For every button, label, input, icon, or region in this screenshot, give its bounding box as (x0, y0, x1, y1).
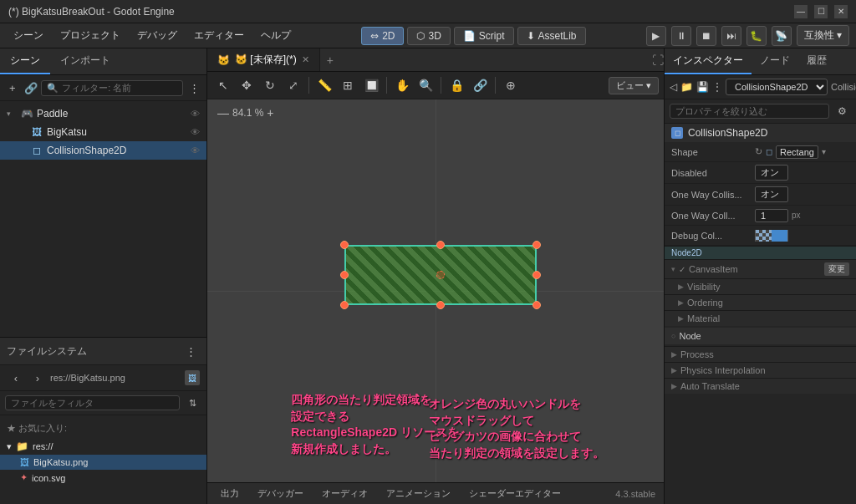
step-button[interactable]: ⏭ (721, 26, 741, 46)
lock-button[interactable]: 🔒 (446, 74, 467, 96)
maximize-button[interactable]: ☐ (814, 5, 828, 18)
material-section[interactable]: ▶ Material (665, 310, 856, 326)
shape-refresh-icon[interactable]: ↻ (755, 146, 762, 157)
tree-item-bigkatsu[interactable]: 🖼 BigKatsu 👁 (0, 123, 206, 141)
tab-output[interactable]: 出力 (212, 483, 247, 504)
play-button[interactable]: ▶ (646, 26, 666, 46)
fs-forward-button[interactable]: › (28, 369, 47, 387)
link-button[interactable]: 🔗 (23, 79, 38, 97)
handle-mr[interactable] (532, 271, 541, 279)
tab-node[interactable]: ノード (752, 48, 798, 74)
move-tool-button[interactable]: ✥ (236, 74, 257, 96)
ordering-section[interactable]: ▶ Ordering (665, 294, 856, 310)
physics-interp-section[interactable]: ▶ Physics Interpolation (665, 362, 856, 378)
search-options-button[interactable]: ⚙ (833, 102, 851, 120)
scale-tool-button[interactable]: ⤢ (283, 74, 304, 96)
left-panel: シーン インポート + 🔗 🔍 ⋮ ▾ 🎮 Paddle 👁 🖼 (0, 48, 207, 504)
one-way-val[interactable]: オン (755, 186, 788, 202)
tab-scene[interactable]: シーン (0, 48, 50, 74)
tab-animation[interactable]: アニメーション (378, 483, 459, 504)
debug-button[interactable]: 🐛 (746, 26, 767, 46)
ruler-button[interactable]: 📏 (313, 74, 335, 96)
view-button[interactable]: ビュー ▾ (609, 77, 659, 94)
insp-save-button[interactable]: 💾 (696, 78, 709, 96)
fs-filter-input[interactable] (5, 395, 180, 410)
mode-3d-button[interactable]: ⬡ 3D (407, 27, 450, 45)
node-section-header: ○ Node (665, 328, 856, 344)
png-file-icon: 🖼 (20, 457, 29, 467)
insp-options-button[interactable]: ⋮ (712, 78, 722, 96)
one-way-margin-val[interactable]: 1 (755, 209, 788, 222)
rotate-tool-button[interactable]: ↻ (259, 74, 281, 96)
filter-input[interactable] (62, 83, 177, 93)
handle-center[interactable] (436, 271, 445, 279)
disabled-val[interactable]: オン (755, 165, 788, 181)
pivot-button[interactable]: ⊕ (500, 74, 522, 96)
mode-2d-button[interactable]: ⇔ 2D (361, 27, 404, 45)
compatibility-button[interactable]: 互換性 ▾ (797, 25, 849, 46)
fs-back-button[interactable]: ‹ (7, 369, 25, 387)
group-button[interactable]: 🔗 (469, 74, 491, 96)
color-swatch[interactable] (755, 230, 788, 242)
bigkatsu-visibility[interactable]: 👁 (191, 127, 200, 137)
tree-item-paddle[interactable]: ▾ 🎮 Paddle 👁 (0, 104, 206, 123)
window-controls[interactable]: — ☐ ✕ (794, 5, 848, 18)
close-button[interactable]: ✕ (834, 5, 848, 18)
fs-filter-options[interactable]: ⇅ (183, 394, 201, 412)
fs-item-bigkatsu-png[interactable]: 🖼 BigKatsu.png (0, 455, 206, 470)
maximize-canvas-button[interactable]: ⛶ (652, 53, 664, 67)
zoom-tool-button[interactable]: 🔍 (415, 74, 436, 96)
tab-close-button[interactable]: ✕ (302, 54, 309, 65)
fs-item-icon-svg[interactable]: ✦ icon.svg (0, 470, 206, 486)
handle-ml[interactable] (340, 271, 349, 279)
mode-assetlib-button[interactable]: ⬇ AssetLib (517, 27, 586, 45)
paddle-visibility[interactable]: 👁 (191, 109, 200, 119)
process-section[interactable]: ▶ Process (665, 346, 856, 362)
insp-back-button[interactable]: ◁ (670, 78, 677, 96)
select-tool-button[interactable]: ↖ (212, 74, 234, 96)
stop-button[interactable]: ⏹ (696, 26, 716, 46)
handle-br[interactable] (532, 301, 541, 309)
remote-button[interactable]: 📡 (772, 26, 792, 46)
visibility-section[interactable]: ▶ Visibility (665, 278, 856, 294)
tab-debugger[interactable]: デバッガー (249, 483, 312, 504)
tab-history[interactable]: 履歴 (798, 48, 835, 74)
fs-item-res[interactable]: ▾ 📁 res:// (0, 438, 206, 455)
shape-dropdown[interactable]: Rectang (776, 145, 818, 159)
add-node-button[interactable]: + (5, 79, 20, 97)
tab-inspector[interactable]: インスペクター (665, 48, 752, 74)
tab-audio[interactable]: オーディオ (313, 483, 376, 504)
node-type-selector[interactable]: CollisionShape2D (726, 79, 828, 95)
menu-project[interactable]: プロジェクト (54, 25, 127, 46)
tab-shader-editor[interactable]: シェーダーエディター (461, 483, 569, 504)
tree-item-collisionshape2d[interactable]: ◻ CollisionShape2D 👁 (0, 141, 206, 160)
handle-bm[interactable] (436, 301, 445, 309)
tab-import[interactable]: インポート (50, 48, 120, 74)
menu-help[interactable]: ヘルプ (254, 25, 298, 46)
handle-tr[interactable] (532, 241, 541, 249)
minimize-button[interactable]: — (794, 5, 808, 18)
menu-editor[interactable]: エディター (187, 25, 251, 46)
handle-tl[interactable] (340, 241, 349, 249)
canvas-item-section[interactable]: ▾ ✓ CanvasItem 変更 (665, 259, 856, 278)
editor-tab-scene[interactable]: 🐱 🐱 [未保存](*) ✕ (207, 48, 320, 71)
property-search-input[interactable] (670, 104, 829, 119)
insp-folder-button[interactable]: 📁 (680, 78, 693, 96)
canvas-area[interactable]: — 84.1 % + (207, 99, 664, 482)
handle-tm[interactable] (436, 241, 445, 249)
zoom-out-button[interactable]: — (217, 106, 229, 120)
filesystem-options[interactable]: ⋮ (181, 342, 200, 360)
handle-bl[interactable] (340, 301, 349, 309)
menu-scene[interactable]: シーン (7, 25, 50, 46)
menu-debug[interactable]: デバッグ (130, 25, 184, 46)
pause-button[interactable]: ⏸ (671, 26, 691, 46)
add-tab-button[interactable]: + (320, 49, 340, 71)
auto-translate-section[interactable]: ▶ Auto Translate (665, 378, 856, 394)
collision-visibility[interactable]: 👁 (191, 145, 200, 155)
mode-script-button[interactable]: 📄 Script (454, 27, 514, 45)
pan-tool-button[interactable]: ✋ (391, 74, 413, 96)
zoom-in-button[interactable]: + (267, 106, 273, 120)
scene-options-button[interactable]: ⋮ (186, 79, 201, 97)
snap-button[interactable]: 🔲 (360, 74, 382, 96)
grid-button[interactable]: ⊞ (337, 74, 359, 96)
